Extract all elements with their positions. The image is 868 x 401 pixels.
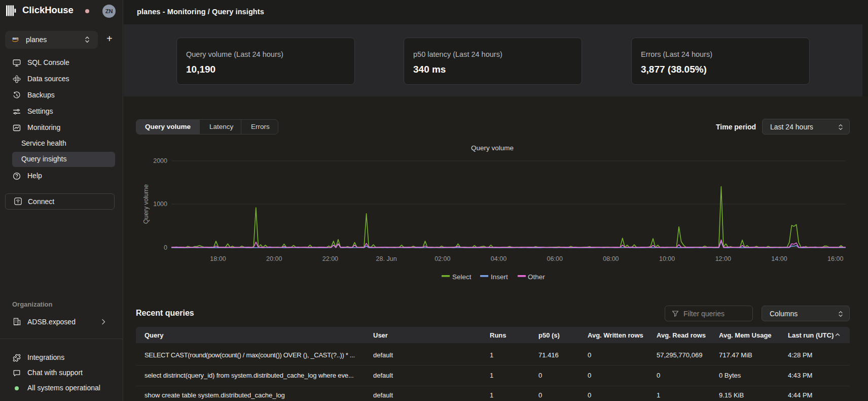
svg-text:06:00: 06:00 <box>547 255 563 262</box>
svg-text:Insert: Insert <box>491 273 508 281</box>
svg-text:20:00: 20:00 <box>266 255 282 262</box>
svg-text:04:00: 04:00 <box>491 255 507 262</box>
svg-text:22:00: 22:00 <box>322 255 338 262</box>
svg-text:Query volume: Query volume <box>142 184 150 224</box>
svg-text:0: 0 <box>164 244 167 251</box>
svg-text:16:00: 16:00 <box>827 255 843 262</box>
svg-text:18:00: 18:00 <box>210 255 226 262</box>
svg-text:aws: aws <box>12 37 19 40</box>
svg-text:10:00: 10:00 <box>659 255 675 262</box>
svg-text:28. Jun: 28. Jun <box>376 255 397 262</box>
svg-text:1000: 1000 <box>153 201 167 208</box>
svg-text:Other: Other <box>528 273 545 281</box>
svg-text:Select: Select <box>452 273 472 281</box>
svg-text:02:00: 02:00 <box>435 255 450 262</box>
svg-text:12:00: 12:00 <box>715 255 731 262</box>
svg-text:08:00: 08:00 <box>603 255 619 262</box>
svg-text:Query volume: Query volume <box>471 144 514 152</box>
svg-text:14:00: 14:00 <box>771 255 787 262</box>
svg-text:2000: 2000 <box>153 157 167 164</box>
